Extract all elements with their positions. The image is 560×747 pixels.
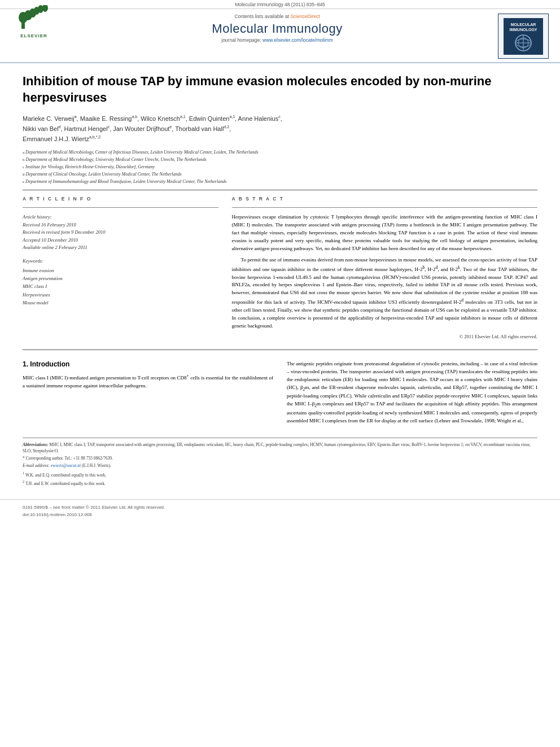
journal-homepage: journal homepage: www.elsevier.com/locat… bbox=[68, 37, 487, 43]
corresponding-label: * Corresponding author. Tel.: +31 88 755… bbox=[23, 456, 113, 461]
keyword-3: MHC class I bbox=[23, 282, 218, 290]
intro-section-title: 1. Introduction bbox=[23, 360, 273, 368]
email-text: ewiertz@uucut.nl bbox=[51, 463, 81, 468]
issn-text: 0161-5890/$ – see front matter © 2011 El… bbox=[23, 505, 165, 510]
affil-d-text: Department of Clinical Oncology, Leiden … bbox=[26, 171, 182, 178]
abbreviations-text: MHC I, MHC class I; TAP, transporter ass… bbox=[23, 442, 531, 453]
footnote-2: 2 T.H. and E.W. contributed equally to t… bbox=[23, 479, 537, 487]
sciencedirect-prefix: Contents lists available at bbox=[234, 14, 288, 19]
article-title: Inhibition of mouse TAP by immune evasio… bbox=[23, 73, 537, 106]
intro-col-left: 1. Introduction MHC class I (MHC I)-medi… bbox=[23, 360, 273, 427]
journal-logo-svg: MOLECULAR IMMUNOLOGY bbox=[504, 18, 543, 55]
intro-section-number: 1. bbox=[23, 360, 30, 368]
page: Molecular Immunology 48 (2011) 835–845 bbox=[0, 0, 560, 747]
copyright-line: © 2011 Elsevier Ltd. All rights reserved… bbox=[232, 334, 537, 339]
sciencedirect-line: Contents lists available at ScienceDirec… bbox=[68, 14, 487, 19]
elsevier-logo: ELSEVIER bbox=[11, 14, 56, 29]
article-info-heading: A R T I C L E I N F O bbox=[23, 196, 218, 202]
keywords-list: Immune evasion Antigen presentation MHC … bbox=[23, 267, 218, 307]
keyword-5: Mouse model bbox=[23, 299, 218, 307]
footnote-1: 1 W.K. and E.Q. contributed equally to t… bbox=[23, 470, 537, 478]
journal-logo-box: MOLECULAR IMMUNOLOGY bbox=[498, 14, 549, 59]
elsevier-logo-area: ELSEVIER bbox=[11, 14, 56, 29]
authors: Marieke C. Verweija, Maaike E. Ressinga,… bbox=[23, 113, 537, 145]
journal-header: ELSEVIER Contents lists available at Sci… bbox=[0, 9, 560, 63]
divider-intro bbox=[23, 350, 537, 350]
intro-body-right: The antigenic peptides originate from pr… bbox=[287, 360, 537, 425]
divider-abstract bbox=[232, 207, 537, 208]
accepted-date: Accepted 10 December 2010 bbox=[23, 237, 218, 244]
elsevier-tree-icon bbox=[17, 5, 51, 33]
main-content: Inhibition of mouse TAP by immune evasio… bbox=[0, 63, 560, 493]
homepage-prefix: journal homepage: bbox=[221, 37, 261, 43]
doi-text: doi:10.1016/j.molimm.2010.12.008 bbox=[23, 512, 92, 517]
introduction-section: 1. Introduction MHC class I (MHC I)-medi… bbox=[23, 360, 537, 427]
divider-article-info bbox=[23, 207, 218, 208]
intro-para-2: The antigenic peptides originate from pr… bbox=[287, 360, 537, 425]
footnote-1-text: W.K. and E.Q. contributed equally to thi… bbox=[25, 472, 106, 477]
email-line: E-mail address: ewiertz@uucut.nl (E.J.H.… bbox=[23, 462, 537, 469]
bottom-bar: 0161-5890/$ – see front matter © 2011 El… bbox=[0, 499, 560, 525]
abstract-text: Herpesviruses escape elimination by cyto… bbox=[232, 213, 537, 330]
svg-rect-7 bbox=[22, 23, 25, 29]
keyword-2: Antigen presentation bbox=[23, 274, 218, 282]
revised-date: Received in revised form 9 December 2010 bbox=[23, 229, 218, 237]
keyword-1: Immune evasion bbox=[23, 267, 218, 274]
footnote-2-text: T.H. and E.W. contributed equally to thi… bbox=[25, 481, 106, 486]
footnotes: Abbreviations: MHC I, MHC class I; TAP, … bbox=[23, 438, 537, 487]
affil-b: b Department of Medical Microbiology, Un… bbox=[23, 156, 537, 163]
author-1: Marieke C. Verweija, Maaike E. Ressinga,… bbox=[23, 115, 282, 122]
available-date: Available online 2 February 2011 bbox=[23, 244, 218, 252]
intro-col-right: The antigenic peptides originate from pr… bbox=[287, 360, 537, 427]
affil-e: e Department of Immunohematology and Blo… bbox=[23, 178, 537, 185]
received-date: Received 16 February 2010 bbox=[23, 221, 218, 229]
affil-c-text: Institute for Virology, Heinrich-Heine-U… bbox=[25, 164, 155, 171]
email-label: E-mail address: bbox=[23, 463, 51, 468]
affil-c: c Institute for Virology, Heinrich-Heine… bbox=[23, 164, 537, 171]
keywords-label-text: Keywords: bbox=[23, 258, 43, 264]
divider-after-affiliations bbox=[23, 190, 537, 190]
keywords-section: Keywords: Immune evasion Antigen present… bbox=[23, 257, 218, 307]
affil-e-text: Department of Immunohematology and Blood… bbox=[25, 178, 226, 185]
abstract-heading: A B S T R A C T bbox=[232, 196, 537, 202]
assembled-word: assembled bbox=[287, 418, 308, 423]
email-link[interactable]: ewiertz@uucut.nl bbox=[51, 463, 81, 468]
article-info-abstract: A R T I C L E I N F O Article history: R… bbox=[23, 196, 537, 339]
abstract-para-2: To permit the use of immuno evasins deri… bbox=[232, 256, 537, 330]
history-label: Article history: bbox=[23, 213, 218, 221]
abstract-section: A B S T R A C T Herpesviruses escape eli… bbox=[232, 196, 537, 339]
intro-two-col: 1. Introduction MHC class I (MHC I)-medi… bbox=[23, 360, 537, 427]
svg-point-6 bbox=[42, 5, 48, 12]
abbreviations-label: Abbreviations: bbox=[23, 442, 49, 447]
affiliations: a Department of Medical Microbiology, Ce… bbox=[23, 149, 537, 185]
journal-title-header: Molecular Immunology bbox=[68, 21, 487, 36]
article-history: Article history: Received 16 February 20… bbox=[23, 213, 218, 252]
intro-section-name: Introduction bbox=[30, 360, 69, 368]
bottom-bar-text: 0161-5890/$ – see front matter © 2011 El… bbox=[23, 504, 537, 519]
keyword-4: Herpesviruses bbox=[23, 291, 218, 299]
affil-b-text: Department of Medical Microbiology, Univ… bbox=[26, 156, 207, 163]
corresponding-line: * Corresponding author. Tel.: +31 88 755… bbox=[23, 455, 537, 461]
affil-a: a Department of Medical Microbiology, Ce… bbox=[23, 149, 537, 156]
email-name: (E.J.H.J. Wiertz). bbox=[82, 463, 111, 468]
svg-text:IMMUNOLOGY: IMMUNOLOGY bbox=[510, 28, 537, 32]
sciencedirect-link[interactable]: ScienceDirect bbox=[290, 14, 320, 19]
abstract-para-1: Herpesviruses escape elimination by cyto… bbox=[232, 213, 537, 253]
abbreviations-line: Abbreviations: MHC I, MHC class I; TAP, … bbox=[23, 442, 537, 455]
author-2: Nikki van Beld, Hartmut Hengelc, Jan Wou… bbox=[23, 125, 231, 132]
intro-body-left: MHC class I (MHC I)-mediated antigen pre… bbox=[23, 373, 273, 390]
affil-d: d Department of Clinical Oncology, Leide… bbox=[23, 171, 537, 178]
affil-a-text: Department of Medical Microbiology, Cent… bbox=[25, 149, 259, 156]
citation-text: Molecular Immunology 48 (2011) 835–845 bbox=[235, 2, 325, 7]
keywords-label: Keywords: bbox=[23, 257, 218, 265]
svg-text:MOLECULAR: MOLECULAR bbox=[511, 23, 536, 27]
article-info-section: A R T I C L E I N F O Article history: R… bbox=[23, 196, 218, 339]
elsevier-text: ELSEVIER bbox=[20, 33, 47, 38]
homepage-link[interactable]: www.elsevier.com/locate/molimm bbox=[262, 37, 333, 43]
intro-para-1: MHC class I (MHC I)-mediated antigen pre… bbox=[23, 373, 273, 390]
journal-center: Contents lists available at ScienceDirec… bbox=[56, 14, 498, 43]
author-3: Emmanuel J.H.J. Wiertza,b,*,2 bbox=[23, 136, 100, 142]
journal-top-bar: ELSEVIER Contents lists available at Sci… bbox=[11, 14, 549, 59]
citation-line: Molecular Immunology 48 (2011) 835–845 bbox=[0, 0, 560, 9]
